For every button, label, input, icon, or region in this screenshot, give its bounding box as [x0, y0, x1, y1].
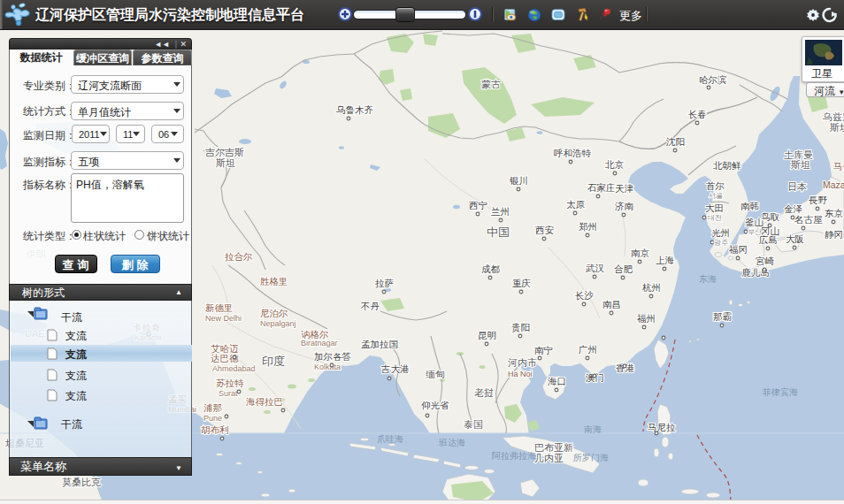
svg-text:大田: 大田: [705, 202, 724, 213]
svg-text:福冈: 福冈: [729, 244, 748, 255]
svg-text:爪哇海: 爪哇海: [377, 434, 403, 444]
svg-text:太原: 太原: [566, 199, 586, 210]
svg-text:西宁: 西宁: [469, 200, 487, 210]
svg-text:西安: 西安: [535, 225, 555, 235]
svg-text:Biratnagar: Biratnagar: [301, 339, 338, 347]
svg-text:南京: 南京: [631, 248, 650, 258]
svg-text:重庆: 重庆: [512, 278, 531, 288]
svg-text:昆明: 昆明: [478, 330, 496, 340]
svg-text:乌鲁木齐: 乌鲁木齐: [336, 104, 373, 115]
svg-text:合肥: 合肥: [614, 263, 633, 274]
svg-text:光州: 光州: [711, 227, 730, 238]
svg-text:缅甸: 缅甸: [426, 369, 445, 379]
svg-text:蒙古: 蒙古: [481, 79, 501, 89]
svg-text:北朝鲜: 北朝鲜: [712, 160, 741, 171]
svg-text:武汉: 武汉: [586, 263, 605, 273]
svg-text:银川: 银川: [509, 175, 528, 186]
svg-text:那霸: 那霸: [713, 311, 733, 322]
svg-text:马什: 马什: [833, 161, 844, 172]
svg-text:斯坦: 斯坦: [790, 159, 810, 170]
svg-text:所罗门海: 所罗门海: [573, 453, 609, 462]
svg-text:南海: 南海: [584, 424, 602, 434]
svg-text:老挝: 老挝: [474, 387, 494, 398]
svg-text:河内市: 河内市: [508, 357, 537, 368]
svg-text:马尼拉: 马尼拉: [648, 422, 676, 432]
svg-text:沈阳: 沈阳: [665, 136, 685, 147]
svg-text:杭州: 杭州: [641, 282, 661, 293]
svg-text:东京: 东京: [825, 208, 844, 218]
svg-text:南韩: 南韩: [740, 201, 759, 211]
svg-text:대전: 대전: [708, 214, 722, 222]
svg-text:印度: 印度: [262, 355, 285, 368]
svg-text:拉合尔: 拉合尔: [225, 251, 253, 262]
svg-text:胜格里: 胜格里: [260, 276, 288, 286]
svg-text:乌兹别: 乌兹别: [822, 111, 844, 122]
svg-text:海口: 海口: [548, 376, 566, 386]
svg-text:阿拉弗拉海: 阿拉弗拉海: [492, 451, 536, 461]
svg-text:부산: 부산: [748, 228, 762, 236]
svg-text:日本: 日本: [787, 181, 807, 192]
svg-text:加尔各答: 加尔各答: [314, 351, 351, 362]
svg-text:班达海: 班达海: [438, 438, 465, 447]
svg-text:南宁: 南宁: [534, 345, 553, 355]
svg-text:上海: 上海: [656, 255, 675, 265]
svg-text:首尔: 首尔: [706, 180, 725, 191]
svg-text:광주: 광주: [714, 239, 728, 247]
svg-text:几内亚: 几内亚: [534, 453, 564, 463]
svg-text:广州: 广州: [579, 344, 597, 355]
svg-text:宮崎: 宮崎: [756, 256, 775, 266]
svg-text:吉大港: 吉大港: [380, 363, 410, 374]
svg-text:菲律宾海: 菲律宾海: [762, 387, 798, 397]
svg-text:郑州: 郑州: [579, 221, 597, 232]
svg-text:大阪: 大阪: [786, 233, 804, 244]
svg-text:中国: 中国: [487, 225, 510, 239]
svg-text:Kolkata: Kolkata: [314, 363, 341, 371]
svg-text:不丹: 不丹: [360, 301, 380, 311]
svg-text:斯坦: 斯坦: [215, 157, 235, 168]
svg-text:Maza: Maza: [823, 179, 844, 190]
svg-text:长春: 长春: [688, 109, 707, 119]
svg-text:長野: 長野: [809, 195, 828, 205]
svg-text:哈尔滨: 哈尔滨: [699, 74, 727, 85]
svg-text:拉萨: 拉萨: [375, 278, 395, 288]
svg-text:长沙: 长沙: [575, 290, 595, 301]
svg-text:泰国: 泰国: [464, 419, 483, 430]
svg-text:巴布亚新: 巴布亚新: [534, 442, 573, 453]
svg-text:石家庄: 石家庄: [587, 182, 616, 193]
svg-text:孟加拉国: 孟加拉国: [361, 339, 398, 349]
svg-text:名古屋: 名古屋: [794, 214, 823, 225]
svg-text:北京: 北京: [604, 159, 625, 170]
svg-text:鸟取: 鸟取: [761, 211, 780, 222]
svg-text:吉尔吉斯: 吉尔吉斯: [204, 147, 244, 157]
svg-text:贵阳: 贵阳: [511, 322, 530, 332]
svg-text:兰州: 兰州: [491, 206, 510, 217]
svg-text:东海: 东海: [699, 274, 717, 284]
svg-text:尼泊尔: 尼泊尔: [260, 308, 288, 318]
svg-text:Ha Noi: Ha Noi: [508, 370, 533, 378]
svg-text:서울: 서울: [709, 192, 723, 200]
svg-text:天津: 天津: [615, 183, 634, 194]
svg-text:Nepalganj: Nepalganj: [260, 319, 296, 328]
svg-text:福州: 福州: [637, 313, 656, 324]
svg-text:静冈: 静冈: [825, 229, 843, 240]
svg-text:斯坦: 斯坦: [829, 122, 844, 133]
svg-text:海得拉巴: 海得拉巴: [246, 396, 283, 407]
svg-text:仰光省: 仰光省: [421, 400, 449, 410]
svg-text:济南: 济南: [615, 201, 634, 211]
svg-text:南昌: 南昌: [602, 299, 621, 309]
svg-text:金泽: 金泽: [784, 203, 803, 214]
svg-text:成都: 成都: [481, 263, 501, 274]
svg-text:呼和浩特: 呼和浩特: [554, 148, 592, 158]
svg-text:莫桑比克: 莫桑比克: [62, 477, 101, 487]
